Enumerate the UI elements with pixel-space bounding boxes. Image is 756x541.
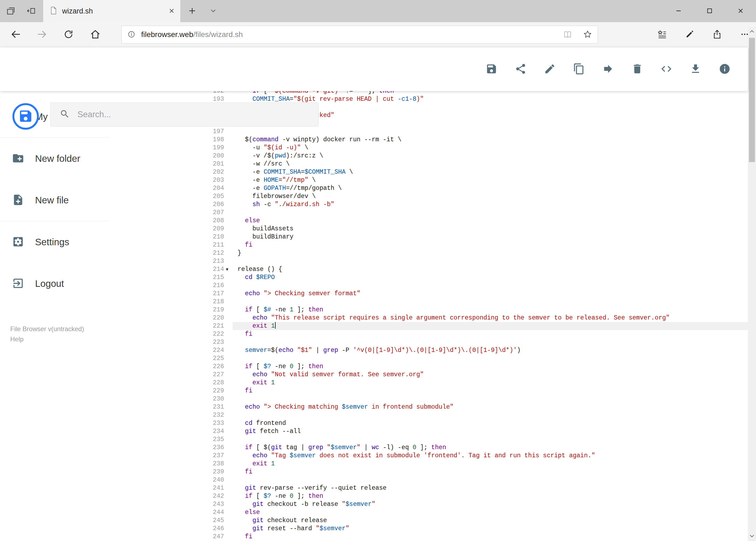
code-line[interactable]: 238 exit 1 bbox=[109, 460, 748, 468]
code-line[interactable]: 215 cd $REPO bbox=[109, 273, 748, 281]
code-line[interactable]: 229 fi bbox=[109, 387, 748, 395]
browser-tab[interactable]: wizard.sh bbox=[43, 0, 180, 22]
reading-view-button[interactable] bbox=[558, 26, 578, 43]
fold-arrow-icon[interactable]: ▾ bbox=[226, 265, 237, 273]
code-line[interactable]: 213 bbox=[109, 257, 748, 265]
code-line[interactable]: 230 bbox=[109, 395, 748, 403]
app-logo[interactable] bbox=[12, 103, 39, 130]
code-line[interactable]: 225 bbox=[109, 354, 748, 362]
search-input[interactable]: Search... bbox=[50, 102, 319, 127]
code-line[interactable]: 205 filebrowser/dev \ bbox=[109, 192, 748, 201]
sidebar-item-logout[interactable]: Logout bbox=[0, 263, 109, 304]
code-line[interactable]: 242 if [ $? -ne 0 ]; then bbox=[109, 492, 748, 500]
code-line[interactable]: 201 -w //src \ bbox=[109, 160, 748, 168]
code-line[interactable]: 227 echo "Not valid semver format. See s… bbox=[109, 370, 748, 379]
code-line[interactable]: 222 fi bbox=[109, 330, 748, 338]
tab-list-button[interactable] bbox=[205, 0, 222, 22]
forward-button[interactable] bbox=[32, 22, 52, 47]
code-text: git checkout release bbox=[237, 516, 327, 525]
code-line[interactable]: 204 -e GOPATH=//tmp/gopath \ bbox=[109, 184, 748, 192]
code-line[interactable]: 223 bbox=[109, 338, 748, 346]
code-line[interactable]: 240 bbox=[109, 476, 748, 484]
code-line[interactable]: 202 -e COMMIT_SHA=$COMMIT_SHA \ bbox=[109, 168, 748, 176]
code-line[interactable]: 193 COMMIT_SHA="$(git rev-parse HEAD | c… bbox=[109, 95, 748, 103]
code-line[interactable]: 241 git rev-parse --verify --quiet relea… bbox=[109, 484, 748, 492]
code-line[interactable]: 247 fi bbox=[109, 533, 748, 541]
code-line[interactable]: 226 if [ $? -ne 0 ]; then bbox=[109, 362, 748, 370]
help-link[interactable]: Help bbox=[10, 334, 84, 344]
favorite-star-button[interactable] bbox=[578, 26, 598, 43]
window-minimize-button[interactable] bbox=[663, 0, 694, 22]
code-line[interactable]: 236 if [ $(git tag | grep "$semver" | wc… bbox=[109, 443, 748, 452]
refresh-button[interactable] bbox=[58, 22, 79, 47]
code-line[interactable]: 203 -e HOME="//tmp" \ bbox=[109, 176, 748, 184]
tab-close-button[interactable] bbox=[166, 5, 177, 17]
code-line[interactable]: 234 git fetch --all bbox=[109, 427, 748, 435]
show-set-aside-tabs-button[interactable] bbox=[2, 0, 19, 22]
sidebar-item-settings[interactable]: Settings bbox=[0, 221, 109, 263]
code-line[interactable]: 219 if [ $# -ne 1 ]; then bbox=[109, 306, 748, 314]
save-button[interactable] bbox=[486, 63, 497, 75]
code-line[interactable]: 228 exit 1 bbox=[109, 379, 748, 387]
code-line[interactable]: 237 echo "Tag $semver does not exist in … bbox=[109, 452, 748, 460]
hub-button[interactable] bbox=[652, 22, 672, 47]
share-button[interactable] bbox=[515, 63, 527, 75]
code-line[interactable]: 235 bbox=[109, 435, 748, 443]
code-line[interactable]: 217 echo "> Checking semver format" bbox=[109, 289, 748, 297]
code-line[interactable]: 197 bbox=[109, 128, 748, 136]
code-line[interactable]: 239 fi bbox=[109, 468, 748, 476]
scroll-up-button[interactable] bbox=[748, 27, 756, 36]
code-text: } bbox=[237, 249, 241, 257]
site-info-button[interactable] bbox=[122, 26, 141, 43]
web-note-button[interactable] bbox=[679, 22, 700, 47]
delete-button[interactable] bbox=[631, 63, 643, 75]
code-line[interactable]: 244 else bbox=[109, 508, 748, 516]
raw-view-button[interactable] bbox=[660, 63, 672, 75]
code-line[interactable]: 232 bbox=[109, 411, 748, 419]
page-scrollbar[interactable] bbox=[748, 27, 756, 541]
code-editor[interactable]: 192 if [ "$(command -v git)" != "" ]; th… bbox=[109, 91, 748, 541]
code-line[interactable]: 246 git reset --hard "$semver" bbox=[109, 525, 748, 533]
address-bar[interactable]: filebrowser.web/files/wizard.sh bbox=[122, 26, 598, 44]
code-line[interactable]: 220 echo "This release script requires a… bbox=[109, 314, 748, 322]
new-tab-button[interactable] bbox=[182, 0, 202, 22]
code-line[interactable]: 245 git checkout release bbox=[109, 516, 748, 525]
code-line[interactable]: 209 buildAssets bbox=[109, 225, 748, 233]
back-button[interactable] bbox=[5, 22, 26, 47]
code-line[interactable]: 243 git checkout -b release "$semver" bbox=[109, 500, 748, 508]
code-line[interactable]: 208 else bbox=[109, 217, 748, 225]
scroll-down-button[interactable] bbox=[748, 532, 756, 541]
url-text[interactable]: filebrowser.web/files/wizard.sh bbox=[141, 30, 558, 39]
code-line[interactable]: 200 -v /$(pwd):/src:z \ bbox=[109, 152, 748, 160]
copy-button[interactable] bbox=[573, 63, 585, 75]
minimize-icon bbox=[674, 6, 683, 16]
info-button[interactable] bbox=[719, 63, 731, 75]
active-line-highlight bbox=[233, 322, 748, 330]
set-tabs-aside-button[interactable] bbox=[23, 0, 40, 22]
code-line[interactable]: 212} bbox=[109, 249, 748, 257]
code-line[interactable]: 214▾release () { bbox=[109, 265, 748, 273]
move-button[interactable] bbox=[602, 63, 614, 75]
sidebar-item-new-folder[interactable]: New folder bbox=[0, 138, 109, 179]
rename-button[interactable] bbox=[544, 63, 556, 75]
code-line[interactable]: 216 bbox=[109, 281, 748, 289]
window-close-button[interactable] bbox=[725, 0, 756, 22]
sidebar-item-new-file[interactable]: New file bbox=[0, 179, 109, 221]
code-line[interactable]: 199 -u "$(id -u)" \ bbox=[109, 144, 748, 152]
window-maximize-button[interactable] bbox=[694, 0, 725, 22]
share-page-button[interactable] bbox=[707, 22, 727, 47]
code-line[interactable]: 207 bbox=[109, 209, 748, 217]
scrollbar-thumb[interactable] bbox=[749, 38, 755, 162]
code-line[interactable]: 218 bbox=[109, 297, 748, 306]
code-line[interactable]: 211 fi bbox=[109, 241, 748, 249]
code-line[interactable]: 206 sh -c "./wizard.sh -b" bbox=[109, 201, 748, 209]
code-line[interactable]: 210 buildBinary bbox=[109, 233, 748, 241]
home-button[interactable] bbox=[85, 22, 106, 47]
code-line[interactable]: 198 $(command -v winpty) docker run --rm… bbox=[109, 136, 748, 144]
code-line[interactable]: 233 cd frontend bbox=[109, 419, 748, 427]
code-line[interactable]: 231 echo "> Checking matching $semver in… bbox=[109, 403, 748, 411]
download-button[interactable] bbox=[690, 63, 701, 75]
code-line[interactable]: 221 exit 1 bbox=[109, 322, 748, 330]
code-line[interactable]: 192 if [ "$(command -v git)" != "" ]; th… bbox=[109, 91, 748, 95]
code-line[interactable]: 224 semver=$(echo "$1" | grep -P '^v(0|[… bbox=[109, 346, 748, 354]
